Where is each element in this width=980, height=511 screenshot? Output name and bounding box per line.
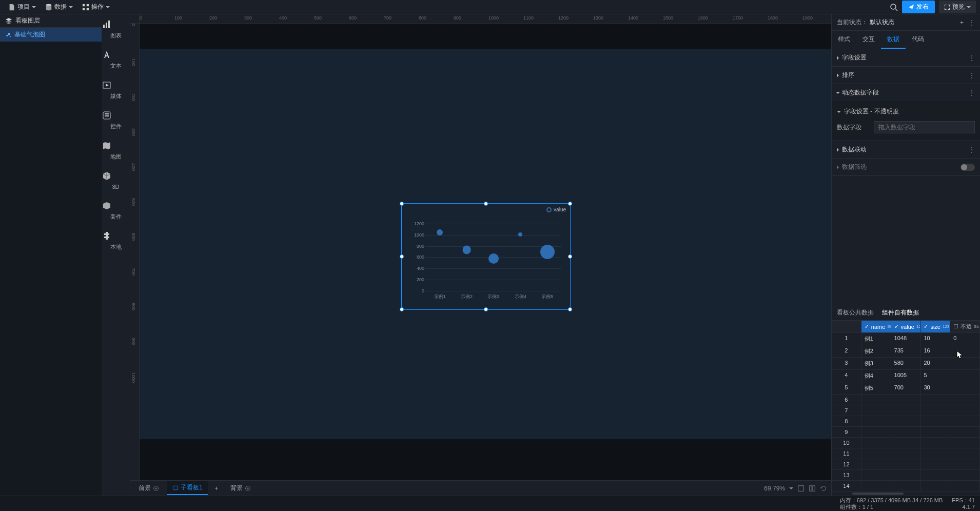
cell[interactable] [891, 448, 921, 459]
tool-地图[interactable]: 地图 [102, 135, 130, 166]
add-tab-button[interactable]: + [211, 483, 222, 494]
cell[interactable] [920, 459, 950, 470]
resize-handle[interactable] [400, 307, 404, 311]
publish-button[interactable]: 发布 [902, 1, 935, 13]
cell-size[interactable]: 5 [920, 370, 950, 382]
tool-图表[interactable]: 图表 [102, 14, 130, 45]
cell[interactable] [891, 405, 921, 416]
column-header-不透[interactable]: ☐不透Str [950, 321, 980, 333]
cell-size[interactable]: 30 [920, 382, 950, 395]
section-field-settings[interactable]: 字段设置 ⋮ [832, 49, 980, 66]
subsection-opacity[interactable]: 字段设置 - 不透明度 [837, 105, 975, 118]
canvas-inner[interactable]: value 020040060080010001200示例1示例2示例3示例4示… [140, 24, 831, 480]
cell[interactable] [861, 405, 891, 416]
cell[interactable] [950, 481, 980, 492]
resize-handle[interactable] [484, 307, 488, 311]
cell[interactable] [861, 395, 891, 405]
resize-handle[interactable] [568, 307, 572, 311]
resize-handle[interactable] [568, 254, 572, 259]
column-header-name[interactable]: ✓nameStr [861, 321, 891, 333]
cell-size[interactable]: 10 [920, 333, 950, 345]
cell[interactable] [950, 395, 980, 405]
menu-data[interactable]: 数据 [41, 1, 77, 13]
cell[interactable] [861, 448, 891, 459]
table-row-empty[interactable]: 9 [832, 427, 980, 438]
column-header-size[interactable]: ✓size123 [920, 321, 950, 333]
more-icon[interactable]: ⋮ [969, 19, 975, 26]
scrollbar-horizontal[interactable] [852, 493, 904, 495]
cell[interactable] [920, 416, 950, 427]
column-header-value[interactable]: ✓value123 [891, 321, 921, 333]
tab-code[interactable]: 代码 [906, 31, 930, 49]
tab-child-board[interactable]: 子看板1 [167, 481, 208, 495]
search-icon[interactable] [890, 3, 898, 11]
cell[interactable] [950, 405, 980, 416]
table-row-empty[interactable]: 12 [832, 459, 980, 470]
cell-name[interactable]: 例4 [861, 370, 891, 382]
refresh-icon[interactable] [820, 485, 827, 492]
cell-name[interactable]: 例1 [861, 333, 891, 345]
cell[interactable] [950, 438, 980, 448]
add-state-button[interactable]: + [958, 19, 966, 26]
table-row-empty[interactable]: 10 [832, 438, 980, 448]
section-data-filter[interactable]: 数据筛选 [832, 159, 980, 175]
cell-value[interactable]: 1048 [891, 333, 921, 345]
table-row[interactable]: 4例410055 [832, 370, 980, 382]
cell[interactable] [920, 405, 950, 416]
selected-component[interactable]: value 020040060080010001200示例1示例2示例3示例4示… [401, 203, 571, 310]
cell-opacity[interactable] [950, 358, 980, 370]
resize-handle[interactable] [400, 254, 404, 259]
cell[interactable] [920, 481, 950, 492]
cell[interactable] [891, 416, 921, 427]
cell[interactable] [861, 438, 891, 448]
more-icon[interactable]: ⋮ [969, 72, 975, 79]
resize-handle[interactable] [484, 202, 488, 206]
cell-opacity[interactable] [950, 382, 980, 395]
tab-foreground[interactable]: 前景 [133, 482, 164, 495]
tab-component-data[interactable]: 组件自有数据 [882, 305, 919, 320]
table-row-empty[interactable]: 14 [832, 481, 980, 492]
cell-opacity[interactable]: 0 [950, 333, 980, 345]
cell-name[interactable]: 例2 [861, 345, 891, 358]
table-row-empty[interactable]: 6 [832, 395, 980, 405]
cell-size[interactable]: 16 [920, 345, 950, 358]
layer-item-bubble-chart[interactable]: 基础气泡图 [0, 28, 102, 42]
fit-icon[interactable] [797, 485, 805, 492]
table-row-empty[interactable]: 7 [832, 405, 980, 416]
cell[interactable] [861, 481, 891, 492]
state-value[interactable]: 默认状态 [870, 18, 958, 27]
more-icon[interactable]: ⋮ [969, 89, 975, 96]
preview-button[interactable]: 预览 [939, 1, 976, 13]
cell-value[interactable]: 700 [891, 382, 921, 395]
tool-套件[interactable]: 套件 [102, 195, 130, 226]
cell[interactable] [891, 395, 921, 405]
cell-value[interactable]: 580 [891, 358, 921, 370]
menu-operation[interactable]: 操作 [78, 1, 114, 13]
cell[interactable] [891, 459, 921, 470]
layout-icon[interactable] [809, 485, 816, 492]
cell[interactable] [950, 427, 980, 438]
tab-board-data[interactable]: 看板公共数据 [837, 305, 874, 320]
table-row-empty[interactable]: 13 [832, 470, 980, 481]
cell[interactable] [920, 470, 950, 481]
resize-handle[interactable] [568, 202, 572, 206]
zoom-dropdown-icon[interactable] [789, 486, 793, 490]
tab-interact[interactable]: 交互 [856, 31, 881, 49]
cell[interactable] [920, 448, 950, 459]
cell-size[interactable]: 20 [920, 358, 950, 370]
cell-name[interactable]: 例3 [861, 358, 891, 370]
table-row-empty[interactable]: 8 [832, 416, 980, 427]
menu-project[interactable]: 项目 [4, 1, 40, 13]
section-sort[interactable]: 排序 ⋮ [832, 67, 980, 84]
data-field-input[interactable] [874, 121, 975, 133]
cell[interactable] [891, 438, 921, 448]
table-row[interactable]: 5例570030 [832, 382, 980, 395]
tab-style[interactable]: 样式 [832, 31, 856, 49]
cell[interactable] [861, 459, 891, 470]
section-data-link[interactable]: 数据联动 ⋮ [832, 141, 980, 158]
cell[interactable] [891, 427, 921, 438]
cell-opacity[interactable] [950, 370, 980, 382]
table-row[interactable]: 1例11048100 [832, 333, 980, 345]
cell[interactable] [861, 427, 891, 438]
cell[interactable] [920, 395, 950, 405]
